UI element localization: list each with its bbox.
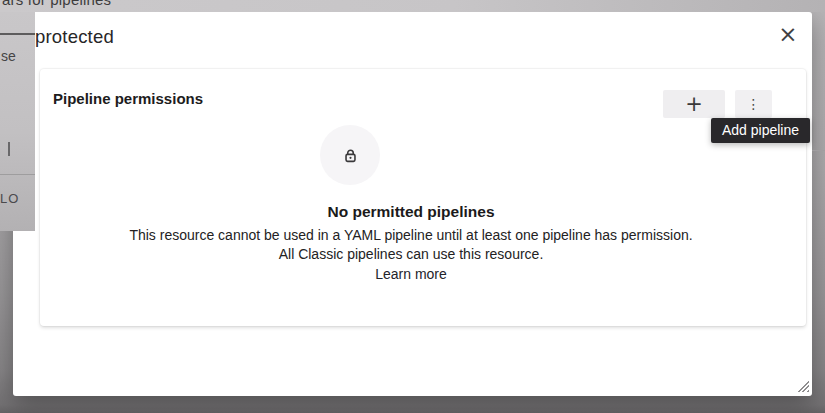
- background-fragment-se: se: [1, 48, 16, 64]
- card-heading: Pipeline permissions: [53, 90, 203, 107]
- more-options-button[interactable]: ⋮: [735, 90, 772, 118]
- close-icon: ×: [778, 23, 797, 46]
- background-left-strip: se LO: [0, 12, 35, 231]
- dialog-title: protected: [35, 26, 114, 48]
- empty-state-text: No permitted pipelines This resource can…: [40, 203, 806, 284]
- empty-state-description-line2: All Classic pipelines can use this resou…: [40, 245, 782, 264]
- empty-state-icon-circle: [320, 125, 380, 185]
- add-pipeline-button[interactable]: +: [663, 90, 725, 118]
- background-fragment-mark: [8, 142, 10, 156]
- background-divider-faint: [0, 174, 35, 175]
- resize-grip-icon[interactable]: [795, 378, 809, 392]
- resource-dialog: protected × Pipeline permissions + ⋮: [13, 12, 812, 396]
- dimmed-backdrop: protected × Pipeline permissions + ⋮: [0, 0, 825, 413]
- learn-more-link[interactable]: Learn more: [375, 265, 447, 284]
- plus-icon: +: [685, 92, 703, 116]
- background-text-fragment: ars for pipelines: [2, 0, 111, 8]
- background-divider-dark: [0, 33, 35, 35]
- add-pipeline-tooltip: Add pipeline: [711, 118, 810, 143]
- empty-state-description-line1: This resource cannot be used in a YAML p…: [40, 226, 782, 245]
- empty-state-title: No permitted pipelines: [40, 203, 782, 221]
- kebab-menu-icon: ⋮: [747, 97, 761, 111]
- background-top-strip: ars for pipelines: [0, 0, 825, 12]
- close-button[interactable]: ×: [774, 20, 802, 48]
- pipeline-permissions-card: Pipeline permissions + ⋮ No permitted pi…: [40, 69, 806, 326]
- background-divider-fragment: [812, 150, 825, 151]
- lock-icon: [342, 147, 359, 164]
- background-fragment-lo: LO: [0, 191, 19, 206]
